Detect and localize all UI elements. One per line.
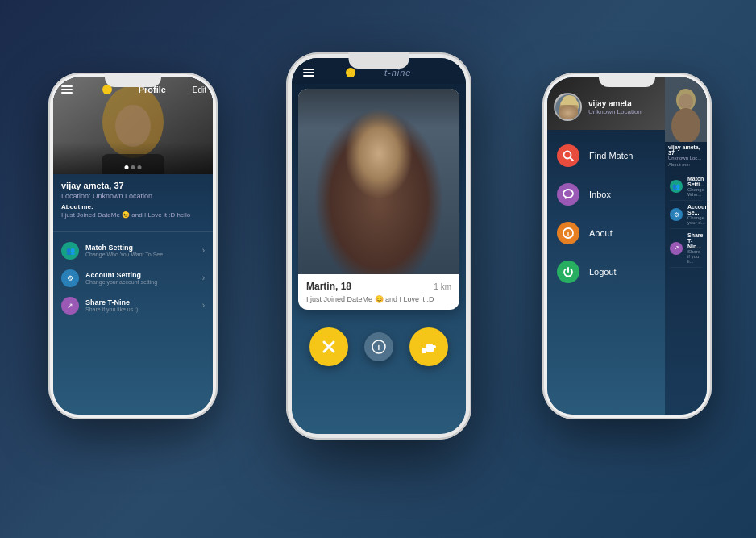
right-profile-peek-panel: vijay ameta, 37 Unknown Loc... About me:… [665,77,707,415]
phone-notch-left [105,73,161,87]
left-menu-items: 👥 Match Setting Change Who You Want To S… [53,237,213,319]
account-icon: ⚙ [61,269,79,287]
left-phone-inner: Profile Edit vijay ameta, 37 Location: U… [53,77,213,415]
svg-point-21 [350,132,407,165]
svg-line-33 [402,177,417,180]
menu-button-center[interactable] [301,67,316,78]
menu-line-1 [61,85,73,87]
right-mini-photo-svg [665,77,707,142]
notification-dot-center [346,68,355,77]
svg-rect-19 [368,193,390,214]
match-item-arrow: › [202,246,205,255]
match-item-title: Match Setting [85,244,202,252]
avatar-svg [555,94,582,121]
mini-share-sub: Share if you li... [687,249,703,264]
menu-button-left[interactable] [60,84,74,95]
right-mini-item-account: ⚙ Account Se... Change your d... [670,201,702,229]
match-item-subtitle: Change Who You Want To See [85,252,202,257]
right-mini-about-label: About me: [668,162,704,167]
menu-item-match[interactable]: 👥 Match Setting Change Who You Want To S… [53,237,213,265]
svg-text:i: i [567,230,570,238]
svg-rect-24 [355,170,402,186]
right-mini-item-share: ↗ Share T-Nin... Share if you li... [670,229,702,268]
mini-share-text: Share T-Nin... Share if you li... [687,232,703,264]
center-phone: t-nine [286,52,471,440]
like-button[interactable] [409,327,448,366]
mini-account-icon: ⚙ [670,208,683,221]
about-text: I just Joined DateMe 😊 and I Love it :D … [61,211,190,219]
logout-label: Logout [589,267,617,277]
svg-point-29 [384,170,400,186]
svg-text:i: i [378,343,380,352]
center-phone-inner: t-nine [292,58,466,434]
left-profile-info: vijay ameta, 37 Location: Unknown Locati… [53,174,213,227]
chat-icon [562,188,575,201]
about-label: About [589,228,613,238]
location-label: Location: [61,192,91,200]
card-name: Martin, 18 [306,281,351,292]
share-item-text: Share T-Nine Share if you like us :) [85,298,202,312]
share-item-subtitle: Share if you like us :) [85,307,202,312]
account-item-title: Account Setting [85,271,202,279]
menu-line-3 [61,92,73,94]
dislike-icon [320,338,338,356]
power-icon [562,265,575,278]
right-screen: vijay ameta Unknown Location [547,77,707,415]
search-icon [562,149,575,162]
svg-point-20 [350,142,407,206]
about-icon: i [557,222,579,244]
left-header-photo-area: Profile Edit [53,77,213,174]
dislike-button[interactable] [309,327,348,366]
share-item-title: Share T-Nine [85,298,202,307]
logout-icon [557,261,579,283]
menu-line-c2 [303,72,314,73]
mini-match-sub: Change Who... [687,187,704,197]
phone-notch-center [349,52,409,69]
mini-account-sub: Change your d... [687,215,707,225]
menu-item-account[interactable]: ⚙ Account Setting Change your account se… [53,265,213,292]
left-screen: Profile Edit vijay ameta, 37 Location: U… [53,77,213,415]
share-icon: ↗ [61,297,79,315]
center-screen: t-nine [292,58,466,434]
card-info: Martin, 18 1 km I just Joined DateMe 😊 a… [298,274,459,310]
info-circle-icon: i [562,227,575,240]
share-item-arrow: › [202,301,205,310]
right-mini-profile-info: vijay ameta, 37 Unknown Loc... About me: [665,142,707,169]
profile-name-left: vijay ameta, 37 [61,181,205,190]
left-phone: Profile Edit vijay ameta, 37 Location: U… [48,73,218,419]
match-icon: 👥 [61,242,79,260]
svg-point-48 [563,190,573,198]
svg-point-28 [358,170,373,186]
account-item-arrow: › [202,273,205,282]
menu-item-share[interactable]: ↗ Share T-Nine Share if you like us :) › [53,292,213,319]
mini-account-title: Account Se... [687,204,707,215]
svg-point-7 [404,181,449,265]
divider-1 [53,231,213,232]
dot-1 [125,165,129,169]
info-icon: i [372,340,386,354]
profile-dots [125,165,142,169]
card-distance: 1 km [434,282,451,291]
menu-line-c3 [303,75,314,77]
mini-match-title: Match Setti... [687,176,704,187]
right-mini-name: vijay ameta, 37 [668,144,704,156]
find-match-icon [557,144,579,167]
menu-line-c1 [303,69,314,70]
match-icon-symbol: 👥 [66,247,75,255]
like-icon [420,338,438,356]
mini-share-title: Share T-Nin... [687,232,703,249]
right-avatar [554,93,582,121]
mini-match-text: Match Setti... Change Who... [687,176,704,197]
match-card[interactable]: Martin, 18 1 km I just Joined DateMe 😊 a… [298,89,459,310]
about-label: About me: [61,203,93,211]
info-button[interactable]: i [364,332,393,361]
account-item-subtitle: Change your account setting [85,279,202,285]
svg-rect-8 [341,208,416,272]
profile-edit-btn[interactable]: Edit [193,85,206,94]
svg-rect-55 [665,77,707,142]
right-phone: vijay ameta Unknown Location [542,73,712,419]
svg-point-25 [358,170,373,186]
profile-about-left: About me: I just Joined DateMe 😊 and I L… [61,203,205,220]
svg-point-30 [359,173,364,177]
account-icon-symbol: ⚙ [67,274,73,282]
